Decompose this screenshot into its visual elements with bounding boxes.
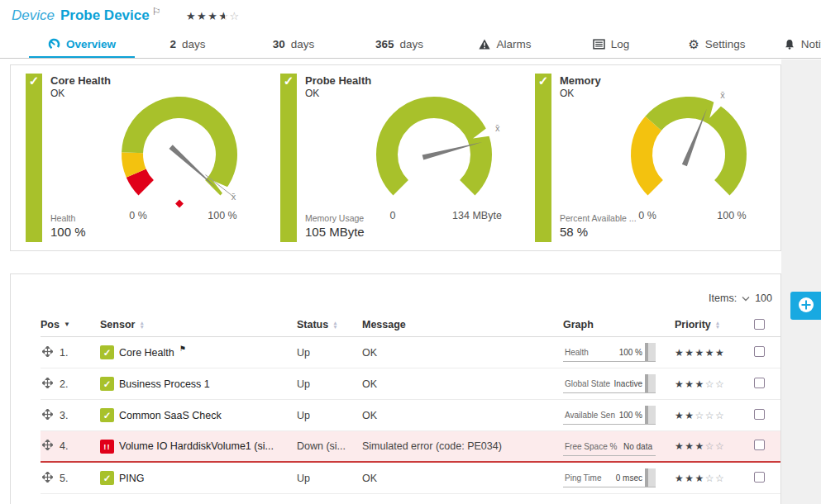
- sort-desc-icon[interactable]: ▼: [64, 321, 70, 328]
- row-checkbox[interactable]: [754, 472, 765, 483]
- table-row[interactable]: 1.✓Core Health⚑UpOKHealth100 %★★★★★: [41, 337, 780, 368]
- graph-cell: Ping Time0 msec: [563, 468, 675, 487]
- gauge-scale-min: 0 %: [129, 210, 147, 221]
- sort-icon[interactable]: ▲▼: [715, 321, 720, 329]
- tab-label: Notifications: [801, 38, 821, 50]
- gauge-needle: [169, 145, 216, 188]
- move-icon[interactable]: [42, 472, 53, 485]
- star-filled-icon: ★: [675, 410, 685, 421]
- column-header-sensor[interactable]: Sensor▲▼: [100, 319, 297, 330]
- priority-stars[interactable]: ★★☆☆☆: [675, 410, 742, 421]
- table-row[interactable]: 2.✓Business Process 1UpOKGlobal StateIna…: [41, 368, 780, 400]
- sensor-mini-graph[interactable]: Available Sen100 %: [563, 406, 656, 425]
- tab-365-days[interactable]: 365days: [346, 31, 452, 59]
- select-all-checkbox[interactable]: [754, 319, 765, 330]
- graph-value: 100 %: [619, 348, 642, 357]
- graph-cell: Available Sen100 %: [563, 406, 675, 425]
- check-icon: ✓: [284, 74, 294, 88]
- column-header-status[interactable]: Status▲▼: [297, 319, 362, 330]
- move-icon[interactable]: [42, 378, 53, 391]
- sensor-status: Up: [297, 410, 362, 421]
- sensor-cell: !!Volume IO HarddiskVolume1 (si...: [100, 440, 297, 454]
- move-icon[interactable]: [42, 409, 53, 422]
- items-count[interactable]: 100: [755, 292, 772, 304]
- sensor-mini-graph[interactable]: Ping Time0 msec: [563, 468, 656, 487]
- tab-label: Settings: [705, 38, 746, 50]
- column-header-pos[interactable]: Pos▼: [41, 319, 100, 330]
- sensor-message: OK: [362, 473, 563, 484]
- gauge-scale-max: 134 MByte: [452, 210, 502, 221]
- tab-label: days: [400, 38, 424, 50]
- mean-marker-label: x̄: [720, 90, 725, 100]
- tab-settings[interactable]: ⚙Settings: [664, 31, 770, 59]
- gauge-core-health[interactable]: ✓Core HealthOKx̄0 %100 %Health100 %: [26, 74, 270, 242]
- move-icon[interactable]: [42, 440, 53, 453]
- sensor-mini-graph[interactable]: Free Space %No data: [563, 437, 656, 456]
- tab-alarms[interactable]: Alarms: [452, 31, 558, 59]
- chevron-down-icon[interactable]: [742, 292, 750, 304]
- column-label: Status: [297, 319, 328, 330]
- table-row[interactable]: 5.✓PINGUpOKPing Time0 msec★★★☆☆: [41, 463, 780, 494]
- sensor-error-icon: !!: [100, 440, 114, 454]
- sensor-mini-graph[interactable]: Global StateInactive: [563, 374, 656, 393]
- move-icon[interactable]: [42, 346, 53, 359]
- position-number: 2.: [60, 378, 68, 390]
- row-checkbox[interactable]: [754, 346, 765, 357]
- star-empty-icon: ☆: [695, 410, 705, 421]
- checkbox-cell: [742, 346, 781, 359]
- pos-cell: 2.: [41, 378, 100, 391]
- tab-number: 365: [375, 38, 394, 50]
- sensor-link[interactable]: Common SaaS Check: [119, 410, 222, 421]
- priority-stars[interactable]: ★★★☆☆: [675, 440, 742, 452]
- sensor-mini-graph[interactable]: Health100 %: [563, 343, 656, 362]
- warning-icon: [479, 39, 490, 50]
- graph-bar: [645, 468, 656, 487]
- graph-cell: Free Space %No data: [563, 437, 675, 456]
- sensor-link[interactable]: PING: [119, 473, 145, 484]
- priority-stars[interactable]: ★★★☆☆: [675, 378, 742, 390]
- column-header-priority[interactable]: Priority▲▼: [675, 319, 742, 330]
- star-empty-icon: ☆: [715, 473, 725, 484]
- table-row[interactable]: 3.✓Common SaaS CheckUpOKAvailable Sen100…: [41, 400, 780, 431]
- tab-overview[interactable]: Overview: [29, 31, 135, 59]
- tab-log[interactable]: Log: [558, 31, 664, 59]
- gauge-probe-health[interactable]: ✓Probe HealthOKx̄0134 MByteMemory Usage1…: [280, 74, 525, 242]
- sort-icon[interactable]: ▲▼: [139, 321, 144, 329]
- sensor-link[interactable]: Core Health: [119, 347, 174, 359]
- device-header: DeviceProbe Device⚐ ★★★☆★☆: [0, 0, 821, 31]
- table-row[interactable]: 4.!!Volume IO HarddiskVolume1 (si...Down…: [41, 431, 780, 463]
- bell-icon: [784, 38, 795, 50]
- tab-label: Overview: [66, 38, 116, 50]
- sensor-link[interactable]: Business Process 1: [119, 378, 210, 390]
- tab-2-days[interactable]: 2days: [135, 31, 241, 59]
- sensor-ok-icon: ✓: [100, 408, 114, 422]
- row-checkbox[interactable]: [754, 440, 765, 450]
- right-gutter: [781, 59, 821, 504]
- tab-notifications[interactable]: Notifications: [770, 31, 821, 59]
- gauges-panel: ✓Core HealthOKx̄0 %100 %Health100 %✓Prob…: [10, 64, 781, 251]
- flag-icon[interactable]: ⚐: [152, 6, 161, 17]
- add-button[interactable]: [790, 292, 821, 320]
- star-filled-icon: ★: [675, 440, 685, 452]
- tab-30-days[interactable]: 30days: [241, 31, 346, 59]
- priority-stars[interactable]: ★★★★★: [675, 347, 742, 359]
- sensor-table-panel: Items: 100 Pos▼Sensor▲▼Status▲▼MessageGr…: [10, 273, 781, 504]
- graph-channel-label: Health: [565, 348, 589, 357]
- gauge-memory[interactable]: ✓MemoryOKx̄0 %100 %Percent Available ...…: [535, 74, 780, 242]
- row-checkbox[interactable]: [754, 409, 765, 420]
- position-number: 3.: [60, 410, 68, 421]
- graph-value: 100 %: [619, 411, 642, 420]
- device-name[interactable]: Probe Device: [60, 7, 150, 23]
- sensor-table: Pos▼Sensor▲▼Status▲▼MessageGraphPriority…: [41, 312, 780, 494]
- priority-stars[interactable]: ★★★☆☆: [675, 473, 742, 484]
- sensor-link[interactable]: Volume IO HarddiskVolume1 (si...: [119, 440, 274, 452]
- gauge-scale-min: 0: [390, 210, 396, 221]
- gear-icon: ⚙: [688, 38, 699, 50]
- row-checkbox[interactable]: [754, 378, 765, 388]
- column-label: Priority: [675, 319, 711, 330]
- star-empty-icon: ☆: [230, 10, 241, 22]
- device-priority-rating[interactable]: ★★★☆★☆: [186, 10, 241, 22]
- star-empty-icon: ☆: [705, 440, 715, 452]
- sort-icon[interactable]: ▲▼: [332, 321, 337, 329]
- prtg-device-overview: DeviceProbe Device⚐ ★★★☆★☆ Overview2days…: [0, 0, 821, 504]
